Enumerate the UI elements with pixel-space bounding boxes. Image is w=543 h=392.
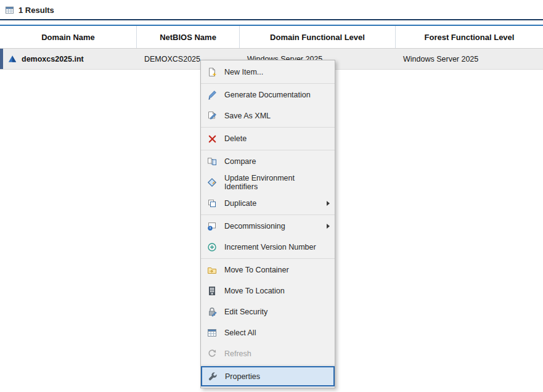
menu-item-compare[interactable]: Compare bbox=[201, 151, 335, 172]
pen-icon bbox=[206, 90, 218, 100]
new-item-icon bbox=[206, 67, 218, 77]
menu-item-label: Refresh bbox=[224, 349, 251, 358]
context-menu: New Item... Generate Documentation Save … bbox=[200, 60, 335, 388]
menu-separator bbox=[201, 150, 335, 150]
menu-item-label: Compare bbox=[224, 157, 256, 166]
results-count-label: 1 Results bbox=[18, 6, 54, 15]
domain-icon bbox=[7, 54, 17, 63]
menu-item-properties[interactable]: Properties bbox=[201, 366, 335, 386]
refresh-icon bbox=[206, 349, 218, 359]
domain-name-text: demoxcs2025.int bbox=[22, 55, 84, 63]
menu-separator bbox=[201, 258, 335, 259]
column-header-forest-functional-level[interactable]: Forest Functional Level bbox=[396, 26, 543, 48]
chevron-right-icon bbox=[327, 224, 330, 229]
delete-x-icon bbox=[206, 134, 218, 144]
menu-item-increment-version-number[interactable]: Increment Version Number bbox=[201, 237, 335, 258]
results-table-icon bbox=[5, 6, 14, 15]
menu-item-label: Move To Container bbox=[224, 266, 289, 274]
menu-item-refresh: Refresh bbox=[201, 343, 335, 364]
menu-separator bbox=[201, 214, 335, 215]
diamond-icon bbox=[206, 178, 218, 187]
duplicate-icon bbox=[206, 198, 218, 208]
cell-domain-name: demoxcs2025.int bbox=[0, 49, 137, 69]
menu-item-label: Select All bbox=[224, 329, 256, 337]
menu-item-label: Update Environment Identifiers bbox=[224, 174, 330, 191]
menu-item-select-all[interactable]: Select All bbox=[201, 322, 335, 343]
column-header-domain-name[interactable]: Domain Name bbox=[0, 26, 137, 48]
app-window: 1 Results Domain Name NetBIOS Name Domai… bbox=[0, 0, 543, 70]
menu-item-label: Edit Security bbox=[224, 308, 267, 316]
column-header-netbios-name[interactable]: NetBIOS Name bbox=[137, 26, 240, 48]
menu-item-generate-documentation[interactable]: Generate Documentation bbox=[201, 84, 335, 105]
menu-item-duplicate[interactable]: Duplicate bbox=[201, 193, 335, 214]
folder-icon bbox=[206, 265, 218, 275]
menu-item-label: New Item... bbox=[224, 68, 263, 76]
menu-item-new-item[interactable]: New Item... bbox=[201, 62, 335, 83]
menu-item-label: Delete bbox=[224, 134, 247, 143]
menu-separator bbox=[201, 365, 335, 365]
menu-item-move-to-location[interactable]: Move To Location bbox=[201, 280, 335, 301]
table-header-row: Domain Name NetBIOS Name Domain Function… bbox=[0, 26, 543, 49]
building-icon bbox=[206, 286, 218, 296]
menu-item-label: Increment Version Number bbox=[224, 243, 316, 251]
save-xml-icon bbox=[206, 111, 218, 121]
chevron-right-icon bbox=[327, 201, 330, 206]
menu-separator bbox=[201, 83, 335, 84]
table-grid-icon bbox=[206, 328, 218, 338]
menu-item-decommissioning[interactable]: Decommissioning bbox=[201, 216, 335, 237]
menu-item-label: Properties bbox=[225, 372, 260, 381]
menu-item-update-environment-identifiers[interactable]: Update Environment Identifiers bbox=[201, 172, 335, 193]
circle-plus-icon bbox=[206, 242, 218, 252]
menu-item-delete[interactable]: Delete bbox=[201, 128, 335, 149]
menu-item-save-as-xml[interactable]: Save As XML bbox=[201, 105, 335, 126]
results-bar: 1 Results bbox=[0, 0, 543, 20]
compare-icon bbox=[206, 157, 218, 166]
wrench-icon bbox=[206, 372, 219, 382]
menu-item-move-to-container[interactable]: Move To Container bbox=[201, 259, 335, 280]
menu-separator bbox=[201, 127, 335, 128]
menu-item-label: Move To Location bbox=[224, 287, 285, 295]
menu-item-edit-security[interactable]: Edit Security bbox=[201, 301, 335, 322]
cell-forest-functional-level: Windows Server 2025 bbox=[396, 49, 543, 69]
lock-edit-icon bbox=[206, 307, 218, 317]
menu-item-label: Decommissioning bbox=[224, 222, 285, 231]
menu-item-label: Generate Documentation bbox=[224, 91, 311, 99]
column-header-domain-functional-level[interactable]: Domain Functional Level bbox=[240, 26, 396, 48]
decommission-icon bbox=[206, 221, 218, 231]
menu-item-label: Duplicate bbox=[224, 199, 256, 208]
menu-item-label: Save As XML bbox=[224, 112, 271, 120]
